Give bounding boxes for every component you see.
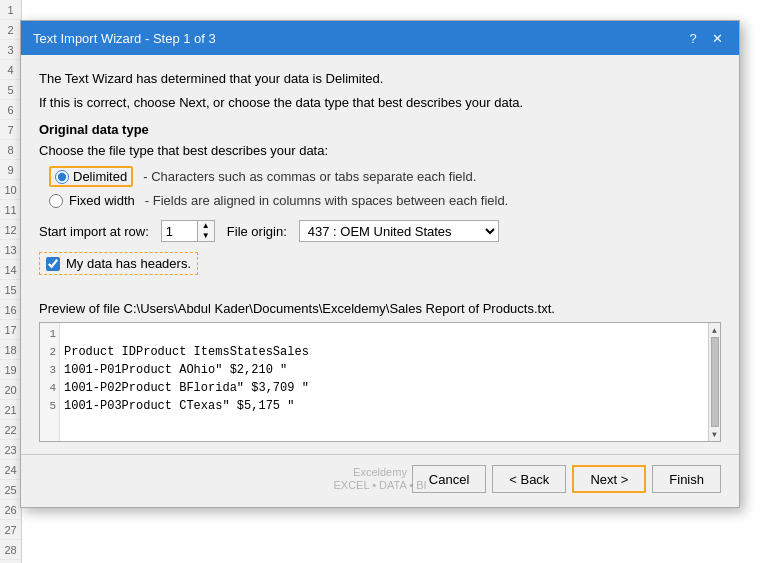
back-button[interactable]: < Back [492,465,566,493]
spinner-down-button[interactable]: ▼ [198,231,214,241]
row-num-20: 20 [0,380,21,400]
preview-linenum-1: 1 [40,325,59,343]
preview-inner: 1 2 3 4 5 Product IDProduct ItemsStatesS… [40,323,720,441]
help-button[interactable]: ? [683,28,703,48]
row-num-9: 9 [0,160,21,180]
dialog-footer: Exceldemy EXCEL • DATA • BI Cancel < Bac… [21,455,739,507]
radio-fixed[interactable] [49,194,63,208]
preview-line-numbers: 1 2 3 4 5 [40,323,60,441]
title-bar: Text Import Wizard - Step 1 of 3 ? ✕ [21,21,739,55]
preview-line-3: 1001-P01Product AOhio" $2,210 " [64,361,704,379]
watermark: Exceldemy EXCEL • DATA • BI [333,466,426,492]
row-num-27: 27 [0,520,21,540]
radio-delimited[interactable] [55,170,69,184]
row-num-15: 15 [0,280,21,300]
row-num-16: 16 [0,300,21,320]
preview-label: Preview of file C:\Users\Abdul Kader\Doc… [39,301,721,316]
radio-delimited-label: Delimited [73,169,127,184]
row-num-1: 1 [0,0,21,20]
preview-scrollbar-horizontal[interactable]: ◄ ► [40,441,720,442]
row-num-17: 17 [0,320,21,340]
dialog-body: The Text Wizard has determined that your… [21,55,739,454]
preview-box: 1 2 3 4 5 Product IDProduct ItemsStatesS… [39,322,721,442]
intro-line1: The Text Wizard has determined that your… [39,69,721,89]
next-button[interactable]: Next > [572,465,646,493]
file-origin-label: File origin: [227,224,287,239]
headers-checkbox[interactable] [46,257,60,271]
dialog-title: Text Import Wizard - Step 1 of 3 [33,31,216,46]
preview-line-2: Product IDProduct ItemsStatesSales [64,343,704,361]
row-num-14: 14 [0,260,21,280]
checkbox-container: My data has headers. [39,252,721,289]
row-num-12: 12 [0,220,21,240]
start-row-label: Start import at row: [39,224,149,239]
row-num-8: 8 [0,140,21,160]
spinner-up-button[interactable]: ▲ [198,221,214,231]
finish-button[interactable]: Finish [652,465,721,493]
row-num-21: 21 [0,400,21,420]
radio-delimited-highlight: Delimited [49,166,133,187]
row-settings: Start import at row: 1 ▲ ▼ File origin: … [39,220,721,242]
preview-line-4: 1001-P02Product BFlorida" $3,709 " [64,379,704,397]
start-row-input[interactable]: 1 [162,221,197,241]
radio-item-delimited: Delimited - Characters such as commas or… [49,166,721,187]
preview-scrollbar-vertical[interactable]: ▲ ▼ [708,323,720,441]
section-choose-label: Choose the file type that best describes… [39,143,721,158]
preview-linenum-4: 4 [40,379,59,397]
row-num-7: 7 [0,120,21,140]
headers-checkbox-label[interactable]: My data has headers. [39,252,198,275]
preview-line-1 [64,325,704,343]
row-num-19: 19 [0,360,21,380]
row-num-28: 28 [0,540,21,560]
preview-label-prefix: Preview of file [39,301,124,316]
preview-line-5: 1001-P03Product CTexas" $5,175 " [64,397,704,415]
scrollbar-thumb-vertical[interactable] [711,337,719,427]
preview-linenum-2: 2 [40,343,59,361]
file-origin-select[interactable]: 437 : OEM United States [299,220,499,242]
row-num-13: 13 [0,240,21,260]
dialog: Text Import Wizard - Step 1 of 3 ? ✕ The… [20,20,740,508]
preview-container: 1 2 3 4 5 Product IDProduct ItemsStatesS… [39,322,721,442]
preview-path: C:\Users\Abdul Kader\Documents\Exceldemy… [124,301,555,316]
row-num-23: 23 [0,440,21,460]
start-row-spinner: 1 ▲ ▼ [161,220,215,242]
headers-checkbox-text: My data has headers. [66,256,191,271]
radio-fixed-label: Fixed width [69,193,135,208]
close-button[interactable]: ✕ [707,28,727,48]
radio-delimited-desc: - Characters such as commas or tabs sepa… [143,169,476,184]
row-num-22: 22 [0,420,21,440]
preview-linenum-3: 3 [40,361,59,379]
intro-line2: If this is correct, choose Next, or choo… [39,93,721,113]
row-num-25: 25 [0,480,21,500]
title-controls: ? ✕ [683,28,727,48]
row-num-24: 24 [0,460,21,480]
radio-item-fixed: Fixed width - Fields are aligned in colu… [49,193,721,208]
row-num-3: 3 [0,40,21,60]
preview-content: Product IDProduct ItemsStatesSales 1001-… [60,323,708,441]
spinner-buttons: ▲ ▼ [197,221,214,241]
watermark-line2: EXCEL • DATA • BI [333,479,426,492]
row-num-10: 10 [0,180,21,200]
row-num-2: 2 [0,20,21,40]
watermark-line1: Exceldemy [333,466,426,479]
scrollbar-up-arrow[interactable]: ▲ [710,325,720,335]
preview-linenum-5: 5 [40,397,59,415]
scrollbar-down-arrow[interactable]: ▼ [710,429,720,439]
row-num-26: 26 [0,500,21,520]
radio-fixed-desc: - Fields are aligned in columns with spa… [145,193,508,208]
row-num-5: 5 [0,80,21,100]
radio-group: Delimited - Characters such as commas or… [49,166,721,208]
row-num-6: 6 [0,100,21,120]
row-num-18: 18 [0,340,21,360]
row-num-11: 11 [0,200,21,220]
row-num-4: 4 [0,60,21,80]
section-original-label: Original data type [39,122,721,137]
